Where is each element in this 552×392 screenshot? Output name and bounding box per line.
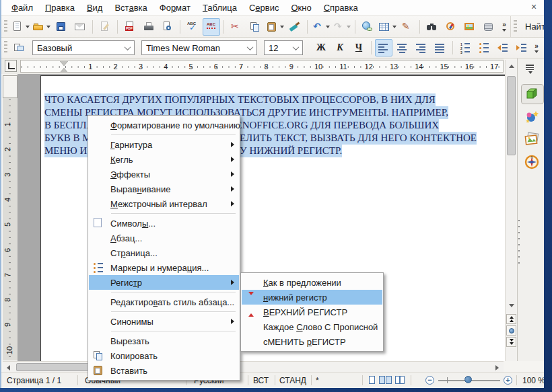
dropdown-arrow-icon[interactable] (326, 26, 330, 28)
menu-item-character[interactable]: Символы... (89, 216, 239, 231)
menu-item-copy[interactable]: Копировать (89, 348, 239, 363)
selection-mode[interactable]: СТАНД (279, 376, 306, 385)
paragraph-style-select[interactable]: Базовый (32, 40, 135, 55)
menubar-item-format[interactable]: Формат (153, 1, 197, 15)
save-button[interactable] (53, 18, 70, 36)
menubar-item-view[interactable]: Вид (81, 1, 109, 15)
menu-item-font-name[interactable]: Гарнитура (89, 137, 239, 152)
insert-table-button[interactable] (378, 18, 397, 36)
sidebar-splitter[interactable] (518, 220, 520, 267)
page-preview-button[interactable] (159, 18, 176, 36)
cut-button[interactable] (228, 18, 245, 36)
menu-item-capitalize-every-word[interactable]: Каждое Слово С Прописной (242, 319, 382, 334)
dropdown-arrow-icon[interactable] (280, 26, 284, 28)
toolbar-grip[interactable] (4, 20, 7, 34)
menu-item-line-spacing[interactable]: Межстрочный интервал (89, 196, 239, 211)
open-button[interactable] (32, 18, 51, 36)
single-page-view-icon[interactable] (369, 376, 375, 386)
sidebar-menu-icon[interactable] (524, 64, 539, 75)
scroll-up-icon[interactable] (506, 61, 516, 71)
toolbar-grip[interactable] (514, 20, 517, 34)
chevron-down-icon[interactable] (289, 41, 302, 54)
autospellcheck-button[interactable] (203, 18, 220, 36)
font-size-select[interactable]: 12 (264, 40, 303, 55)
format-paintbrush-button[interactable] (286, 18, 304, 36)
undo-button[interactable] (311, 18, 331, 36)
dropdown-arrow-icon[interactable] (347, 26, 351, 28)
toolbar-overflow-icon[interactable]: » (532, 43, 541, 53)
menubar-item-help[interactable]: Справка (318, 1, 364, 15)
scroll-right-icon[interactable] (492, 362, 502, 373)
scroll-down-icon[interactable] (506, 301, 516, 311)
draw-functions-button[interactable] (399, 18, 416, 36)
justify-button[interactable] (432, 39, 449, 56)
previous-page-button[interactable] (506, 314, 516, 324)
zoom-in-icon[interactable]: + (504, 376, 512, 385)
sidebar-tab-navigator[interactable]: N (521, 153, 543, 171)
menu-item-sentence-case[interactable]: Как в предложении (242, 275, 382, 290)
page-indicator[interactable]: Страница 1 / 1 (7, 376, 61, 385)
italic-button[interactable]: К (331, 39, 349, 56)
font-name-select[interactable]: Times New Roman (141, 40, 257, 55)
close-icon[interactable]: × (528, 1, 540, 13)
navigation-dot-button[interactable] (506, 325, 516, 336)
dropdown-arrow-icon[interactable] (26, 26, 30, 28)
email-document-button[interactable] (71, 18, 89, 36)
chevron-down-icon[interactable] (243, 41, 256, 54)
underline-button[interactable]: Ч (350, 39, 368, 56)
menu-item-page[interactable]: Страница... (89, 245, 239, 260)
dropdown-arrow-icon[interactable] (46, 26, 50, 28)
dropdown-arrow-icon[interactable] (392, 26, 396, 28)
menu-item-case[interactable]: Регистр (89, 275, 239, 290)
vertical-scroll-thumb[interactable] (507, 76, 516, 155)
numbered-list-button[interactable] (456, 39, 474, 56)
multi-page-view-icon[interactable] (379, 376, 392, 386)
data-sources-button[interactable] (480, 18, 497, 36)
sidebar-tab-properties[interactable] (521, 84, 544, 104)
gallery-button[interactable] (461, 18, 479, 36)
menu-item-cut[interactable]: Вырезать (89, 334, 239, 348)
insert-mode[interactable]: ВСТ (253, 376, 269, 385)
increase-indent-button[interactable] (513, 39, 530, 56)
decrease-indent-button[interactable] (494, 39, 512, 56)
paste-button[interactable] (265, 18, 285, 36)
print-button[interactable] (140, 18, 158, 36)
document-line[interactable]: ЧТО КАСАЕТСЯ ДРУГИХ ПОПУЛЯРНЫХ ТЕКСТОВЫХ… (44, 93, 436, 106)
menu-item-paragraph[interactable]: Абзац... (89, 231, 239, 245)
menu-item-toggle-case[interactable]: сМЕНИТЬ рЕГИСТР (242, 334, 382, 349)
menu-item-lowercase[interactable]: нижний регистр (242, 290, 382, 305)
bold-button[interactable]: Ж (312, 39, 330, 56)
zoom-level[interactable]: 100 % (522, 376, 544, 385)
bullet-list-button[interactable] (475, 39, 493, 56)
next-page-button[interactable] (506, 337, 516, 347)
hyperlink-button[interactable] (359, 18, 376, 36)
align-left-button[interactable] (375, 39, 392, 56)
styles-button[interactable] (11, 39, 28, 56)
menu-item-font-size[interactable]: Кегль (89, 152, 239, 167)
toolbar-grip[interactable] (4, 41, 7, 54)
indent-marker[interactable] (60, 61, 68, 73)
zoom-out-icon[interactable]: − (425, 376, 434, 385)
tab-type-selector[interactable] (5, 60, 17, 72)
zoom-slider-thumb[interactable] (464, 376, 472, 383)
menu-item-default-formatting[interactable]: Форматирование по умолчанию (89, 118, 239, 132)
menu-item-synonyms[interactable]: Синонимы (89, 314, 239, 329)
sidebar-tab-styles[interactable] (521, 107, 543, 126)
menu-item-alignment[interactable]: Выравнивание (89, 182, 239, 196)
copy-button[interactable] (246, 18, 264, 36)
scroll-left-icon[interactable] (3, 362, 13, 373)
menu-item-bullets-numbering[interactable]: Маркеры и нумерация... (89, 260, 239, 275)
menu-item-paste[interactable]: Вставить (89, 363, 239, 378)
navigator-button[interactable] (442, 18, 460, 36)
menubar-item-edit[interactable]: Правка (39, 1, 81, 15)
menubar-item-window[interactable]: Окно (285, 1, 317, 15)
vertical-scrollbar[interactable] (505, 60, 517, 361)
sidebar-tab-gallery[interactable] (521, 130, 543, 149)
menu-item-effects[interactable]: Эффекты (89, 167, 239, 182)
vertical-ruler[interactable]: 12345678910 (3, 75, 18, 360)
book-view-icon[interactable] (395, 376, 405, 386)
menubar-item-table[interactable]: Таблица (197, 1, 243, 15)
chevron-down-icon[interactable] (120, 41, 134, 54)
menu-item-edit-paragraph-style[interactable]: Редактировать стиль абзаца... (89, 295, 239, 309)
export-pdf-button[interactable] (121, 18, 139, 36)
